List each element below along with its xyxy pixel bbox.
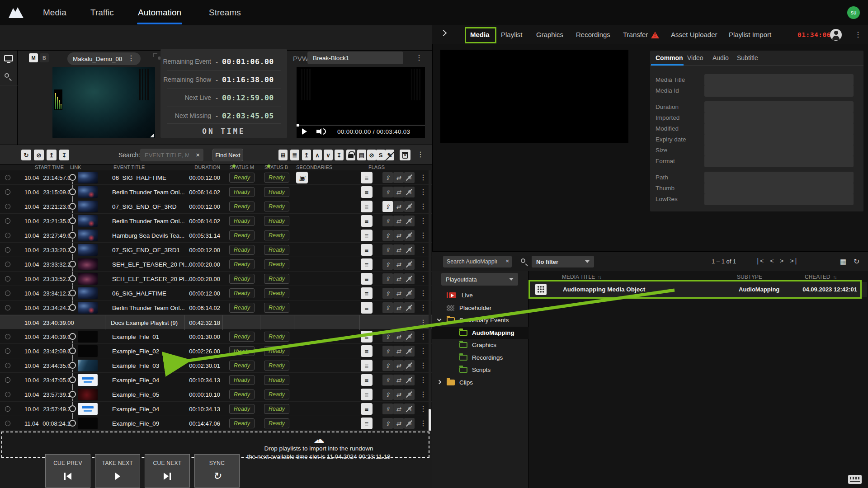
tree-item-live[interactable]: Live — [432, 289, 528, 301]
link-node[interactable] — [69, 391, 76, 398]
link-node[interactable] — [69, 362, 76, 369]
fixed-time-flag-icon[interactable]: ⇧ — [382, 201, 393, 212]
transport-cue-prev[interactable]: CUE PREV — [45, 454, 90, 488]
row-menu-button[interactable]: ⋮ — [420, 347, 427, 355]
tree-item-scripts[interactable]: Scripts — [432, 364, 528, 376]
notes-flag-icon[interactable]: ≡ — [361, 244, 373, 256]
notes-flag-icon[interactable]: ≡ — [361, 374, 373, 386]
fixed-time-flag-icon[interactable]: ⇧ — [382, 273, 393, 284]
media-search-input[interactable] — [443, 256, 501, 267]
pvw-menu-button[interactable]: ⋮ — [415, 54, 423, 61]
transition-flag-icon[interactable]: ⇄ — [393, 331, 404, 342]
main-toggle-button[interactable]: M — [29, 53, 38, 62]
channel-menu-button[interactable]: ⋮ — [127, 55, 135, 62]
transition-flag-icon[interactable]: ⇄ — [393, 418, 404, 429]
row-menu-button[interactable]: ⋮ — [420, 188, 427, 196]
row-menu-button[interactable]: ⋮ — [420, 275, 427, 282]
row-menu-button[interactable]: ⋮ — [420, 333, 427, 340]
fixed-time-flag-icon[interactable]: ⇧ — [382, 216, 393, 226]
rundown-row[interactable]: 10.04 23:57:49.24Example_File_0400:10:34… — [0, 402, 432, 416]
page-first-icon[interactable]: |< — [756, 257, 764, 264]
clear-search-icon[interactable]: × — [196, 151, 200, 159]
rundown-row[interactable]: 10.04 23:21:35.07Berlin Thunder Team Onl… — [0, 214, 432, 228]
notes-flag-icon[interactable]: ≡ — [361, 215, 373, 227]
link-node[interactable] — [69, 376, 76, 383]
meta-field-format[interactable] — [704, 155, 854, 167]
tree-item-audiomapping[interactable]: AudioMapping — [432, 327, 528, 339]
nav-tab-streams[interactable]: Streams — [209, 0, 241, 25]
toolbar-menu-button[interactable]: ⋮ — [417, 151, 424, 158]
link-node[interactable] — [69, 261, 76, 267]
rundown-scrollbar-track[interactable] — [429, 170, 431, 431]
meta-field-duration[interactable] — [704, 101, 854, 113]
transition-flag-icon[interactable]: ⇄ — [393, 302, 404, 313]
delete-icon[interactable] — [400, 150, 410, 160]
rundown-row[interactable]: 11.04 00:08:24.12Example_File_0900:14:47… — [0, 416, 432, 431]
play-icon[interactable] — [302, 128, 307, 135]
find-next-button[interactable]: Find Next — [212, 149, 243, 161]
page-prev-icon[interactable]: < — [770, 257, 774, 264]
transition-flag-icon[interactable]: ⇄ — [393, 187, 404, 197]
nav-tab-media[interactable]: Media — [43, 0, 66, 25]
chevron-down-icon[interactable] — [437, 317, 442, 322]
notes-flag-icon[interactable]: ≡ — [361, 201, 373, 212]
row-menu-button[interactable]: ⋮ — [420, 232, 427, 239]
media-preview-monitor[interactable] — [440, 50, 628, 143]
notes-flag-icon[interactable]: ≡ — [361, 230, 373, 241]
panel-tab-playlist-import[interactable]: Playlist Import — [729, 25, 771, 44]
fixed-time-flag-icon[interactable]: ⇧ — [382, 172, 393, 183]
row-menu-button[interactable]: ⋮ — [420, 304, 427, 311]
fixed-time-flag-icon[interactable]: ⇧ — [382, 331, 393, 342]
fixed-time-flag-icon[interactable]: ⇧ — [382, 346, 393, 357]
user-avatar[interactable]: su — [847, 6, 860, 19]
backup-toggle-button[interactable]: B — [40, 53, 49, 62]
meta-tab-audio[interactable]: Audio — [712, 54, 729, 61]
media-search-field[interactable]: × — [443, 256, 512, 267]
no-edit-flag-icon[interactable]: ✎ — [404, 331, 415, 342]
jump-top-icon[interactable]: ↥ — [47, 150, 57, 160]
no-edit-icon[interactable]: ✎ — [385, 150, 394, 160]
row-menu-button[interactable]: ⋮ — [420, 217, 427, 225]
pvw-title-field[interactable]: Break-Block1 — [307, 52, 403, 64]
grid-view-icon[interactable]: ▦ — [840, 258, 846, 266]
panel-tab-graphics[interactable]: Graphics — [536, 25, 563, 44]
rundown-search-field[interactable]: × — [140, 149, 203, 161]
rundown-row[interactable]: 10.04 23:27:49.09Hamburg Sea Devils Tea.… — [0, 228, 432, 243]
rundown-row[interactable]: 10.04 23:33:32.23SEH_ELF_TEASER_20 Pl...… — [0, 257, 432, 272]
notes-flag-icon[interactable]: ≡ — [361, 331, 373, 343]
no-edit-flag-icon[interactable]: ✎ — [404, 404, 415, 414]
fixed-time-flag-icon[interactable]: ⇧ — [382, 360, 393, 371]
pvw-progress-bar[interactable] — [297, 125, 425, 126]
row-menu-button[interactable]: ⋮ — [420, 376, 427, 384]
transition-flag-icon[interactable]: ⇄ — [393, 230, 404, 241]
link-node[interactable] — [69, 405, 76, 412]
row-menu-button[interactable]: ⋮ — [420, 203, 427, 210]
link-node[interactable] — [69, 188, 76, 195]
insert-row-icon[interactable]: ⊞ — [278, 150, 288, 160]
row-menu-button[interactable]: ⋮ — [420, 362, 427, 369]
rundown-row[interactable]: 10.04 23:57:39.14Example_File_0500:00:10… — [0, 387, 432, 402]
rundown-row[interactable]: 10.04 23:42:09.00Example_File_0200:02:26… — [0, 344, 432, 358]
link-node[interactable] — [69, 290, 76, 296]
tree-item-graphics[interactable]: Graphics — [432, 339, 528, 351]
column-created[interactable]: CREATED↑↓ — [805, 274, 836, 280]
no-edit-flag-icon[interactable]: ✎ — [404, 216, 415, 226]
no-edit-flag-icon[interactable]: ✎ — [404, 244, 415, 255]
fixed-time-flag-icon[interactable]: ⇧ — [382, 302, 393, 313]
list-icon[interactable]: ≣ — [290, 150, 299, 160]
transition-flag-icon[interactable]: ⇄ — [393, 404, 404, 414]
column-media-title[interactable]: MEDIA TITLE↑↓ — [562, 274, 601, 280]
link-node[interactable] — [69, 217, 76, 224]
transition-flag-icon[interactable]: ⇄ — [393, 259, 404, 270]
panel-menu-button[interactable]: ⋮ — [854, 31, 862, 38]
transition-flag-icon[interactable]: ⇄ — [393, 201, 404, 212]
notes-flag-icon[interactable]: ≡ — [361, 389, 373, 400]
monitor-icon[interactable] — [4, 55, 13, 61]
rundown-row[interactable]: 10.04 23:33:20.2307_SIG_END_OF_3RD100:00… — [0, 243, 432, 257]
fixed-time-flag-icon[interactable]: ⇧ — [382, 259, 393, 270]
no-edit-flag-icon[interactable]: ✎ — [404, 201, 415, 212]
refresh-icon[interactable]: ↻ — [21, 150, 31, 160]
program-monitor[interactable] — [52, 67, 155, 138]
meta-field-size[interactable] — [704, 145, 854, 156]
clear-media-search-icon[interactable]: × — [505, 258, 509, 264]
